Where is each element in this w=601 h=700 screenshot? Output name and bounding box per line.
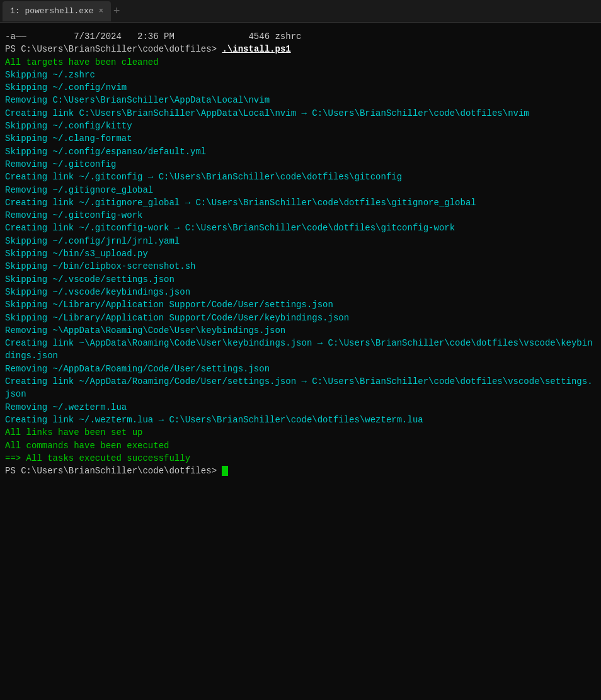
terminal-line: All links have been set up <box>5 426 596 439</box>
terminal-line: Creating link ~/.gitconfig → C:\Users\Br… <box>5 171 596 183</box>
terminal-line: Skipping ~/Library/Application Support/C… <box>5 298 596 311</box>
terminal-line: PS C:\Users\BrianSchiller\code\dotfiles> <box>5 465 596 477</box>
terminal-line: Removing ~/AppData/Roaming/Code/User/set… <box>5 363 596 375</box>
terminal-output[interactable]: -a—— 7/31/2024 2:36 PM 4546 zshrcPS C:\U… <box>0 23 601 700</box>
terminal-line: -a—— 7/31/2024 2:36 PM 4546 zshrc <box>5 30 596 43</box>
terminal-line: Removing ~/.gitconfig-work <box>5 209 596 222</box>
terminal-line: Creating link ~/AppData/Roaming/Code/Use… <box>5 375 596 401</box>
terminal-line: Removing ~/.gitconfig <box>5 158 596 171</box>
tab-label: 1: powershell.exe <box>10 6 94 16</box>
terminal-line: Creating link ~/.gitconfig-work → C:\Use… <box>5 222 596 234</box>
terminal-line: Creating link ~/.wezterm.lua → C:\Users\… <box>5 414 596 426</box>
terminal-line: Removing ~/.gitignore_global <box>5 184 596 196</box>
terminal-line: Skipping ~/.config/nvim <box>5 81 596 94</box>
new-tab-button[interactable]: + <box>113 5 120 18</box>
terminal-window: 1: powershell.exe × + -a—— 7/31/2024 2:3… <box>0 0 601 700</box>
terminal-line: Creating link ~/.gitignore_global → C:\U… <box>5 196 596 209</box>
terminal-line: Creating link ~\AppData\Roaming\Code\Use… <box>5 337 596 363</box>
tab-close-button[interactable]: × <box>99 8 103 15</box>
terminal-line: Skipping ~/.config/kitty <box>5 120 596 132</box>
terminal-line: ==> All tasks executed successfully <box>5 452 596 465</box>
terminal-line: Skipping ~/bin/clipbox-screenshot.sh <box>5 260 596 273</box>
tab-bar: 1: powershell.exe × + <box>0 0 601 23</box>
terminal-line: Creating link C:\Users\BrianSchiller\App… <box>5 107 596 120</box>
terminal-line: All commands have been executed <box>5 439 596 452</box>
terminal-line: Removing ~\AppData\Roaming\Code\User\key… <box>5 324 596 337</box>
terminal-line: All targets have been cleaned <box>5 56 596 69</box>
terminal-line: Removing C:\Users\BrianSchiller\AppData\… <box>5 94 596 106</box>
terminal-line: Skipping ~/.config/espanso/default.yml <box>5 145 596 158</box>
terminal-line: PS C:\Users\BrianSchiller\code\dotfiles>… <box>5 43 596 55</box>
terminal-line: Skipping ~/.vscode/settings.json <box>5 273 596 286</box>
terminal-line: Removing ~/.wezterm.lua <box>5 401 596 414</box>
terminal-cursor <box>222 466 228 476</box>
terminal-line: Skipping ~/.clang-format <box>5 132 596 145</box>
terminal-line: Skipping ~/.vscode/keybindings.json <box>5 286 596 298</box>
terminal-line: Skipping ~/.zshrc <box>5 69 596 81</box>
terminal-line: Skipping ~/.config/jrnl/jrnl.yaml <box>5 235 596 247</box>
terminal-line: Skipping ~/bin/s3_upload.py <box>5 247 596 260</box>
terminal-tab[interactable]: 1: powershell.exe × <box>3 1 111 21</box>
terminal-line: Skipping ~/Library/Application Support/C… <box>5 312 596 324</box>
